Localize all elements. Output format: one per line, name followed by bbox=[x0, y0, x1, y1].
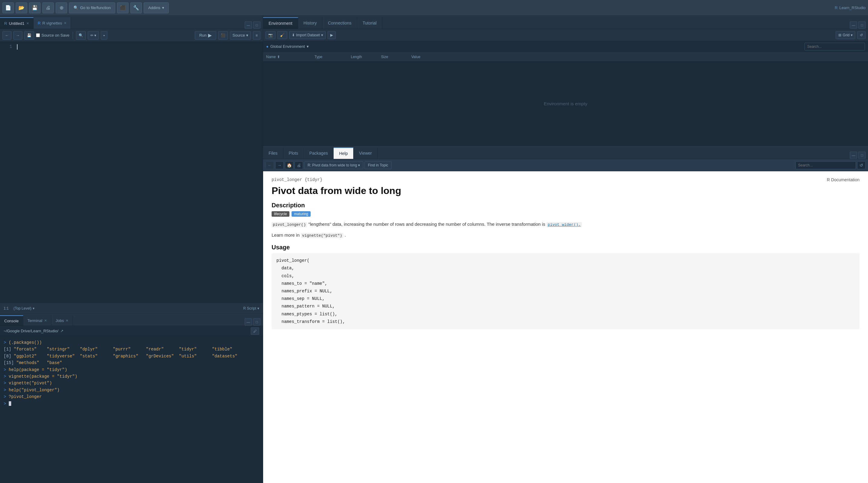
search-icon: 🔍 bbox=[73, 5, 78, 10]
minimize-editor-button[interactable]: — bbox=[245, 22, 252, 29]
search-button[interactable]: 🔍 bbox=[76, 31, 86, 40]
console-link-icon[interactable]: ↗ bbox=[60, 329, 63, 333]
size-column-header: Size bbox=[381, 55, 411, 59]
help-back-button[interactable]: ← bbox=[266, 161, 274, 169]
position-indicator[interactable]: 1:1 bbox=[4, 306, 9, 310]
help-home-button[interactable]: 🏠 bbox=[285, 161, 293, 169]
grid-dropdown-icon: ▾ bbox=[851, 33, 852, 37]
tab-untitled1[interactable]: R Untitled1 ✕ bbox=[0, 17, 34, 29]
minimize-env-button[interactable]: — bbox=[850, 22, 857, 29]
maximize-help-button[interactable]: □ bbox=[858, 152, 866, 159]
environment-empty-message: Environment is empty bbox=[263, 62, 868, 146]
console-body[interactable]: > (.packages()) [1] "forcats" "stringr" … bbox=[0, 336, 263, 483]
code-content[interactable] bbox=[14, 44, 263, 300]
global-environment-bar: ● Global Environment ▾ bbox=[263, 41, 868, 52]
maturing-badge: maturing bbox=[291, 211, 311, 217]
left-panel: R Untitled1 ✕ R R vignettes ✕ — □ ← → bbox=[0, 16, 263, 483]
grid-button[interactable]: ⊞ Grid ▾ bbox=[836, 31, 855, 39]
close-terminal-tab[interactable]: ✕ bbox=[44, 319, 47, 323]
new-file-icon[interactable]: 📄 bbox=[2, 2, 14, 13]
print-icon[interactable]: 🖨 bbox=[42, 2, 54, 13]
editor-status-bar: 1:1 (Top Level) ▾ R Script ▾ bbox=[0, 303, 263, 313]
help-section: Files Plots Packages Help Viewer — □ bbox=[263, 146, 868, 483]
tab-connections[interactable]: Connections bbox=[322, 17, 357, 29]
source-on-save-checkbox[interactable]: Source on Save bbox=[36, 33, 69, 37]
block-button[interactable]: ▪ bbox=[101, 31, 107, 40]
tab-help[interactable]: Help bbox=[334, 147, 353, 159]
global-environment-dropdown[interactable]: ● Global Environment ▾ bbox=[266, 44, 309, 49]
close-jobs-tab[interactable]: ✕ bbox=[66, 319, 68, 323]
source-button[interactable]: Source ▾ bbox=[230, 31, 251, 40]
file-type-indicator[interactable]: R Script ▾ bbox=[243, 306, 259, 310]
pivot-wider-link[interactable]: pivot_wider(). bbox=[547, 222, 582, 227]
run-all-button[interactable]: ⬛ bbox=[218, 31, 228, 40]
type-column-header: Type bbox=[314, 55, 351, 59]
name-column-header: Name ⬆ bbox=[266, 55, 314, 59]
length-column-header: Length bbox=[351, 55, 381, 59]
console-output-2: [8] "ggplot2" "tidyverse" "stats" "graph… bbox=[4, 353, 259, 360]
open-file-icon[interactable]: 📂 bbox=[16, 2, 27, 13]
console-line-5: > help("pivot_longer") bbox=[4, 387, 259, 393]
text-cursor bbox=[17, 44, 18, 50]
tab-viewer[interactable]: Viewer bbox=[353, 147, 378, 159]
addins-button[interactable]: Addins ▾ bbox=[144, 2, 169, 13]
tab-environment[interactable]: Environment bbox=[263, 17, 298, 29]
file-type-dropdown-icon: ▾ bbox=[257, 306, 259, 310]
close-tab-untitled1[interactable]: ✕ bbox=[26, 22, 29, 25]
lifecycle-badges: lifecycle maturing bbox=[272, 211, 860, 217]
tab-r-vignettes[interactable]: R R vignettes ✕ bbox=[34, 17, 71, 29]
find-in-topic-button[interactable]: Find in Topic bbox=[365, 161, 391, 169]
tab-files[interactable]: Files bbox=[263, 147, 283, 159]
extra3-icon[interactable]: 🔧 bbox=[130, 2, 142, 13]
help-doc-label: R Documentation bbox=[827, 177, 860, 182]
tab-tutorial[interactable]: Tutorial bbox=[357, 17, 382, 29]
maximize-editor-button[interactable]: □ bbox=[253, 22, 260, 29]
console-output-3: [15] "methods" "base" bbox=[4, 360, 259, 366]
code-tools-button[interactable]: ✏ ▾ bbox=[88, 31, 99, 40]
console-line-6: > ?pivot_longer bbox=[4, 393, 259, 400]
help-content: pivot_longer {tidyr} R Documentation Piv… bbox=[263, 171, 868, 483]
code-editor[interactable]: 1 bbox=[0, 42, 263, 303]
help-forward-button[interactable]: → bbox=[275, 161, 284, 169]
save-icon[interactable]: 💾 bbox=[29, 2, 40, 13]
go-to-file-button[interactable]: 🔍 Go to file/function bbox=[69, 2, 115, 13]
level-indicator[interactable]: (Top Level) ▾ bbox=[13, 306, 34, 310]
camera-icon[interactable]: 📷 bbox=[266, 31, 276, 39]
tab-plots[interactable]: Plots bbox=[283, 147, 304, 159]
broom-icon[interactable]: 🧹 bbox=[277, 31, 287, 39]
run-env-icon[interactable]: ▶ bbox=[328, 31, 336, 39]
help-print-button[interactable]: 🖨 bbox=[294, 161, 303, 169]
refresh-env-button[interactable]: ↺ bbox=[857, 31, 866, 39]
forward-button[interactable]: → bbox=[13, 31, 22, 40]
app-title: R Learn_RStudio bbox=[835, 5, 866, 10]
maximize-env-button[interactable]: □ bbox=[858, 22, 866, 29]
maximize-console-button[interactable]: □ bbox=[253, 319, 260, 326]
console-output-1: [1] "forcats" "stringr" "dplyr" "purrr" … bbox=[4, 346, 259, 353]
tab-history[interactable]: History bbox=[298, 17, 323, 29]
tab-terminal[interactable]: Terminal ✕ bbox=[23, 315, 52, 326]
help-refresh-button[interactable]: ↺ bbox=[857, 161, 866, 169]
import-dataset-button[interactable]: ⬇ Import Dataset ▾ bbox=[289, 31, 326, 39]
console-input-line[interactable]: > bbox=[4, 400, 259, 407]
import-dropdown-icon: ▾ bbox=[321, 33, 323, 37]
tab-packages[interactable]: Packages bbox=[304, 147, 334, 159]
env-search-input[interactable] bbox=[805, 43, 865, 51]
close-tab-vignettes[interactable]: ✕ bbox=[64, 21, 66, 25]
extra2-icon[interactable]: ⬛ bbox=[117, 2, 128, 13]
tab-jobs[interactable]: Jobs ✕ bbox=[52, 315, 73, 326]
source-dropdown-icon: ▾ bbox=[246, 33, 248, 37]
value-column-header: Value bbox=[411, 55, 865, 59]
minimize-console-button[interactable]: — bbox=[245, 319, 252, 326]
r-file2-icon: R bbox=[38, 21, 40, 25]
more-options-button[interactable]: ≡ bbox=[253, 31, 260, 40]
console-line-3: > vignette(package = "tidyr") bbox=[4, 373, 259, 380]
save-button[interactable]: 💾 bbox=[24, 31, 34, 40]
help-topic-dropdown[interactable]: R: Pivot data from wide to long ▾ bbox=[304, 161, 363, 169]
clear-console-button[interactable]: 🖊 bbox=[251, 327, 259, 335]
extra-icon[interactable]: ⊕ bbox=[56, 2, 67, 13]
tab-console[interactable]: Console bbox=[0, 315, 23, 326]
minimize-help-button[interactable]: — bbox=[850, 152, 857, 159]
help-search-input[interactable] bbox=[796, 161, 856, 169]
run-button[interactable]: Run ▶ bbox=[195, 31, 216, 40]
back-button[interactable]: ← bbox=[2, 31, 11, 40]
